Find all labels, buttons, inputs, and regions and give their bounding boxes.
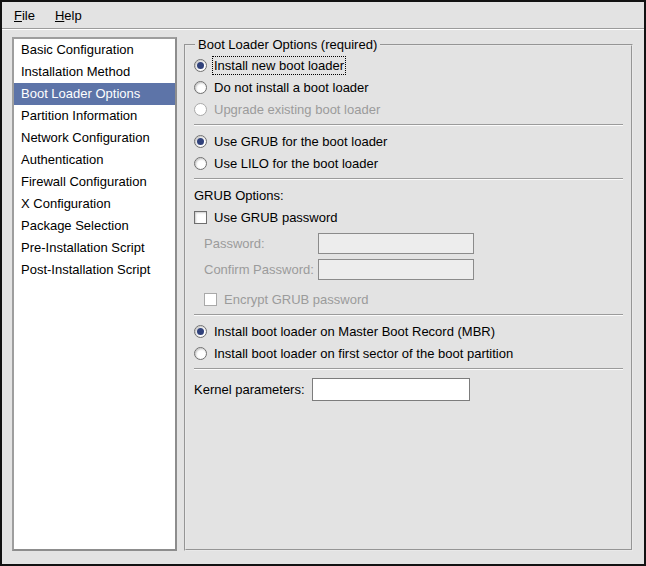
category-list: Basic Configuration Installation Method … — [12, 37, 177, 551]
menu-file-label: File — [14, 8, 35, 23]
password-input — [318, 233, 474, 254]
confirm-password-label: Confirm Password: — [204, 262, 318, 277]
sidebar-item-boot-loader-options[interactable]: Boot Loader Options — [14, 83, 175, 105]
radio-install-on-mbr[interactable] — [194, 325, 207, 338]
radio-row-use-grub[interactable]: Use GRUB for the boot loader — [194, 130, 623, 152]
radio-install-new-boot-loader[interactable] — [194, 59, 207, 72]
radio-upgrade-existing-boot-loader — [194, 103, 207, 116]
grub-options-heading-row: GRUB Options: — [194, 184, 623, 206]
radio-row-use-lilo[interactable]: Use LILO for the boot loader — [194, 152, 623, 174]
radio-install-on-mbr-label: Install boot loader on Master Boot Recor… — [214, 324, 495, 339]
password-label: Password: — [204, 236, 318, 251]
radio-use-grub[interactable] — [194, 135, 207, 148]
main-area: Basic Configuration Installation Method … — [2, 29, 644, 562]
radio-row-install-first-sector[interactable]: Install boot loader on first sector of t… — [194, 342, 623, 364]
radio-row-do-not-install[interactable]: Do not install a boot loader — [194, 76, 623, 98]
separator — [194, 368, 623, 370]
radio-row-install-mbr[interactable]: Install boot loader on Master Boot Recor… — [194, 320, 623, 342]
radio-row-install-new[interactable]: Install new boot loader — [194, 54, 623, 76]
password-field-row: Password: — [204, 233, 623, 254]
radio-use-lilo[interactable] — [194, 157, 207, 170]
confirm-password-field-row: Confirm Password: — [204, 259, 623, 280]
kernel-parameters-row: Kernel parameters: — [194, 378, 623, 401]
checkbox-encrypt-grub-password-label: Encrypt GRUB password — [224, 292, 369, 307]
radio-install-new-label: Install new boot loader — [214, 58, 344, 73]
sidebar-item-partition-information[interactable]: Partition Information — [14, 105, 175, 127]
radio-row-upgrade-existing: Upgrade existing boot loader — [194, 98, 623, 120]
frame-title: Boot Loader Options (required) — [195, 37, 380, 52]
sidebar-item-pre-installation-script[interactable]: Pre-Installation Script — [14, 237, 175, 259]
checkbox-row-use-grub-password[interactable]: Use GRUB password — [194, 206, 623, 228]
radio-use-lilo-label: Use LILO for the boot loader — [214, 156, 378, 171]
separator — [194, 124, 623, 126]
sidebar-item-basic-configuration[interactable]: Basic Configuration — [14, 39, 175, 61]
separator — [194, 178, 623, 180]
grub-options-label: GRUB Options: — [194, 188, 284, 203]
radio-install-on-first-sector[interactable] — [194, 347, 207, 360]
sidebar-item-network-configuration[interactable]: Network Configuration — [14, 127, 175, 149]
sidebar-item-post-installation-script[interactable]: Post-Installation Script — [14, 259, 175, 281]
kernel-parameters-label: Kernel parameters: — [194, 382, 312, 397]
separator — [194, 314, 623, 316]
checkbox-row-encrypt-grub-password: Encrypt GRUB password — [204, 288, 623, 310]
menu-file[interactable]: File — [4, 2, 45, 28]
sidebar-item-x-configuration[interactable]: X Configuration — [14, 193, 175, 215]
sidebar-item-installation-method[interactable]: Installation Method — [14, 61, 175, 83]
menu-bar: File Help — [2, 2, 644, 29]
menu-help[interactable]: Help — [45, 2, 92, 28]
menu-help-label: Help — [55, 8, 82, 23]
boot-loader-options-frame: Boot Loader Options (required) Install n… — [184, 37, 633, 551]
sidebar-item-authentication[interactable]: Authentication — [14, 149, 175, 171]
radio-do-not-install-boot-loader[interactable] — [194, 81, 207, 94]
kernel-parameters-input[interactable] — [312, 378, 470, 401]
checkbox-use-grub-password[interactable] — [194, 211, 207, 224]
radio-use-grub-label: Use GRUB for the boot loader — [214, 134, 387, 149]
sidebar-item-firewall-configuration[interactable]: Firewall Configuration — [14, 171, 175, 193]
radio-install-on-first-sector-label: Install boot loader on first sector of t… — [214, 346, 513, 361]
kickstart-configurator-window: File Help Basic Configuration Installati… — [0, 0, 646, 566]
checkbox-encrypt-grub-password — [204, 293, 217, 306]
sidebar-item-package-selection[interactable]: Package Selection — [14, 215, 175, 237]
confirm-password-input — [318, 259, 474, 280]
checkbox-use-grub-password-label: Use GRUB password — [214, 210, 338, 225]
radio-upgrade-existing-label: Upgrade existing boot loader — [214, 102, 380, 117]
radio-do-not-install-label: Do not install a boot loader — [214, 80, 369, 95]
